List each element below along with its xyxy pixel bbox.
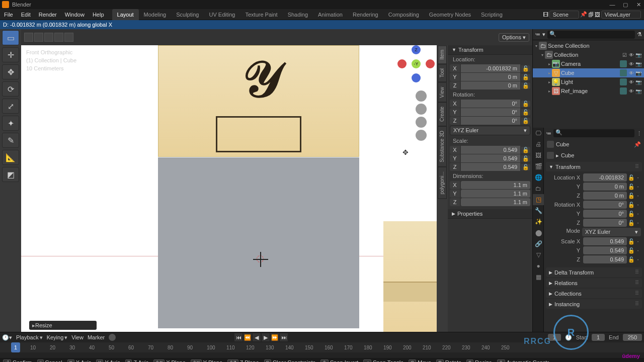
minimize-icon[interactable]: —	[609, 1, 616, 8]
object-tab-icon[interactable]: ◳	[533, 194, 544, 205]
end-frame[interactable]: 250	[623, 334, 642, 341]
move-tool[interactable]: ✥	[2, 64, 19, 79]
texture-tab-icon[interactable]: ▦	[533, 272, 544, 283]
menu-help[interactable]: Help	[89, 12, 108, 18]
filter-funnel-icon[interactable]: ⚗	[637, 31, 642, 38]
workspace-tab[interactable]: Modeling	[139, 9, 172, 20]
prop-value[interactable]: 0.549	[583, 237, 627, 245]
workspace-tab[interactable]: UV Editing	[204, 9, 240, 20]
lock-icon[interactable]: 🔓	[521, 101, 530, 107]
collection-row[interactable]: ▾🗀Collection☑👁📷	[533, 50, 644, 59]
play-icon[interactable]: ▶	[262, 333, 270, 341]
side-tab[interactable]: Substance 3D	[438, 126, 447, 167]
close-icon[interactable]: ✕	[635, 1, 642, 8]
render-icon[interactable]: 📷	[635, 70, 642, 76]
lock-icon[interactable]: 🔓	[521, 109, 530, 116]
viewlayer-tab-icon[interactable]: 🖼	[533, 150, 544, 161]
workspace-tab[interactable]: Layout	[112, 9, 139, 20]
subpanel-header[interactable]: ▶Collections⠿	[546, 289, 642, 298]
rot-y[interactable]: 0°	[461, 108, 520, 116]
menu-file[interactable]: File	[0, 12, 17, 18]
auto-key-icon[interactable]	[109, 334, 116, 341]
rotation-mode-select[interactable]: XYZ Euler▾	[582, 228, 641, 236]
subpanel-header[interactable]: ▶Delta Transform⠿	[546, 267, 642, 277]
animate-icon[interactable]: ·	[635, 211, 641, 217]
material-tab-icon[interactable]: ●	[533, 260, 544, 272]
pan-icon[interactable]	[416, 104, 427, 115]
measure-tool[interactable]: 📐	[2, 150, 19, 165]
world-tab-icon[interactable]: 🌐	[533, 172, 544, 183]
menu-edit[interactable]: Edit	[17, 12, 35, 18]
start-frame[interactable]: 1	[592, 334, 605, 341]
animate-icon[interactable]: ·	[635, 174, 641, 180]
lock-icon[interactable]: 🔓	[628, 238, 634, 245]
workspace-tab[interactable]: Sculpting	[171, 9, 204, 20]
transform-subpanel-header[interactable]: ▼Transform⠿	[546, 162, 642, 171]
properties-panel-header[interactable]: ▶Properties	[448, 209, 532, 219]
lock-icon[interactable]: 🔓	[628, 247, 634, 254]
scene-tab-icon[interactable]: 🎬	[533, 161, 544, 172]
prop-value[interactable]: 0°	[583, 201, 627, 209]
keying-menu[interactable]: Keying ▾	[47, 334, 68, 341]
select-box-tool[interactable]: ▭	[2, 30, 19, 45]
prop-value[interactable]: 0°	[583, 210, 627, 218]
jump-start-icon[interactable]: ⏮	[234, 333, 243, 341]
workspace-tab[interactable]: Rendering	[348, 9, 383, 20]
snap-edge-icon[interactable]	[34, 33, 43, 42]
playhead[interactable]: 1	[11, 342, 20, 352]
modifier-tab-icon[interactable]: 🔧	[533, 205, 544, 216]
visibility-icon[interactable]: 👁	[628, 61, 635, 67]
options-dropdown[interactable]: Options ▾	[499, 33, 529, 42]
animate-icon[interactable]: ·	[635, 256, 641, 262]
pin-icon[interactable]: 📌	[580, 11, 587, 18]
animate-icon[interactable]: ·	[635, 193, 641, 199]
prop-value[interactable]: 0 m	[583, 183, 627, 191]
lock-icon[interactable]: 🔓	[628, 220, 634, 226]
zoom-icon[interactable]	[416, 90, 427, 102]
dim-z[interactable]: 1.1 m	[461, 198, 530, 206]
constraint-tab-icon[interactable]: 🔗	[533, 238, 544, 249]
loc-x[interactable]: -0.001832 m	[461, 64, 520, 72]
side-tab[interactable]: Create	[438, 102, 447, 126]
dim-x[interactable]: 1.1 m	[461, 181, 530, 189]
side-tab[interactable]: View	[438, 82, 447, 103]
visibility-icon[interactable]: 👁	[628, 70, 635, 76]
rot-x[interactable]: 0°	[461, 100, 520, 108]
copy-scene-icon[interactable]: 🗐	[588, 12, 594, 18]
workspace-tab[interactable]: Geometry Nodes	[424, 9, 476, 20]
snap-increment-icon[interactable]	[64, 33, 73, 42]
animate-icon[interactable]: ·	[635, 247, 641, 253]
scl-z[interactable]: 0.549	[461, 163, 520, 171]
axis-x-neg-icon[interactable]	[397, 59, 407, 68]
animate-icon[interactable]: ·	[635, 238, 641, 244]
visibility-icon[interactable]: 👁	[628, 88, 635, 94]
axis-y-neg-icon[interactable]: -Y	[412, 59, 421, 68]
display-icon[interactable]: ≔	[546, 130, 551, 137]
editor-type-icon[interactable]: 🕐▾	[2, 334, 12, 341]
lock-icon[interactable]: 🔓	[521, 147, 530, 153]
camera-view-icon[interactable]	[416, 117, 427, 128]
cube-mesh[interactable]	[158, 157, 359, 328]
scene-field[interactable]: Scene	[549, 11, 579, 19]
particle-tab-icon[interactable]: ✨	[533, 216, 544, 227]
outliner-item[interactable]: ▸📷Camera👁📷	[533, 59, 644, 68]
workspace-tab[interactable]: Compositing	[383, 9, 424, 20]
prop-value[interactable]: 0°	[583, 219, 627, 227]
lock-icon[interactable]: 🔓	[521, 65, 530, 72]
render-tab-icon[interactable]: 🖵	[533, 128, 544, 139]
lock-icon[interactable]: 🔓	[628, 174, 634, 181]
lock-icon[interactable]: 🔓	[521, 118, 530, 124]
lock-icon[interactable]: 🔓	[521, 164, 530, 170]
loc-y[interactable]: 0 m	[461, 73, 520, 81]
lock-icon[interactable]: 🔓	[521, 74, 530, 80]
options-icon[interactable]: ⋮	[636, 130, 642, 137]
dim-y[interactable]: 1.1 m	[461, 190, 530, 198]
pin-icon[interactable]: 📌	[634, 141, 641, 148]
transform-tool[interactable]: ✦	[2, 116, 19, 131]
axis-x-icon[interactable]	[426, 59, 435, 68]
output-tab-icon[interactable]: 🖨	[533, 139, 544, 150]
collection-tab-icon[interactable]: 🗀	[533, 183, 544, 194]
render-icon[interactable]: 📷	[635, 79, 642, 85]
play-rev-icon[interactable]: ◀	[253, 333, 261, 341]
scl-x[interactable]: 0.549	[461, 146, 520, 154]
